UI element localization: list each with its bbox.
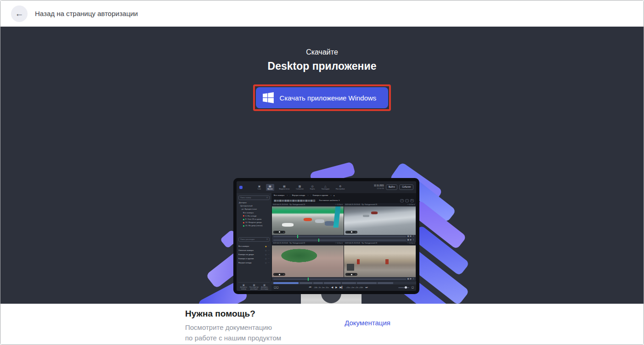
- vms-layout-toolbar: ▦▤▦▤▦▦▤▦▤▦▦▤▦▤▦▨ Кастомные шаблоны ∨ ↗ ○…: [271, 198, 416, 203]
- vms-add-camera: ▣Добавить камеру: [238, 284, 249, 290]
- play-icon: ▶: [335, 286, 337, 289]
- camera-tile: 2019.06.25 23:23:45 · Пр. Победителей 23…: [272, 242, 344, 278]
- red-door: [385, 259, 388, 264]
- vms-nav-right: 12.11.202112:54:35 Выйти События: [374, 184, 413, 190]
- gear-icon: ⚙: [339, 185, 341, 188]
- vms-nav-events: ▩События: [294, 184, 305, 191]
- step-back-icon: ◀: [331, 286, 333, 289]
- offline-dot: [243, 222, 244, 223]
- monitor: ▣Live ▤Архив ▦Видеостены ▩События ◎Карта…: [233, 178, 419, 294]
- more-icon: ⋯: [268, 258, 270, 260]
- search-icon: ⚲: [266, 197, 268, 199]
- online-dot: [243, 219, 244, 220]
- expand-icon: ↗: [400, 199, 404, 202]
- vms-camera-grid: 2019.06.25 23:23:45 · Пр. Победителей 23…: [271, 203, 416, 281]
- snapshot-icon: ▣: [407, 239, 409, 241]
- templates-dropdown: Кастомные шаблоны ∨: [319, 200, 340, 201]
- download-windows-button[interactable]: Скачать приложение Windows: [256, 87, 389, 108]
- add-tab-icon: +: [333, 195, 335, 197]
- vms-sidebar: Поиск камер⚲ Днепров Центральный ул. Бух…: [237, 193, 271, 291]
- topbar: ← Назад на страницу авторизации: [0, 0, 644, 27]
- vms-nav-settings: ⚙Настройки: [334, 184, 346, 191]
- offline-dot: [243, 215, 244, 217]
- vms-datetime: 12.11.202112:54:35: [374, 185, 384, 189]
- vms-view-tools: ↗ ○ ↻: [400, 199, 414, 202]
- vms-camera-item: 3. На складе: [238, 215, 270, 217]
- play-icon: ▶: [410, 235, 412, 238]
- vms-sidebar-actions: ▣Добавить камеру ▦Конструктор раскладок …: [238, 282, 270, 291]
- camera-tile: 2019.06.25 23:23:45 · Пр. Победителей 23…: [344, 242, 416, 278]
- hero-subtitle: Скачайте: [306, 48, 338, 56]
- vms-layout-item: Все камеры★⋯: [238, 245, 270, 248]
- star-icon: ☆: [265, 262, 267, 264]
- close-icon: ×: [307, 195, 308, 196]
- more-icon: ⋯: [268, 254, 270, 256]
- camera-feed-houses: −+: [344, 245, 416, 278]
- map-pin-icon: ◎: [311, 185, 314, 188]
- download-button-label: Скачать приложение Windows: [280, 94, 377, 102]
- star-icon: ☆: [265, 258, 267, 260]
- camera-icon: ▣: [258, 185, 261, 188]
- export-icon: ⇩: [412, 235, 414, 238]
- camera-feed-street-shop: −+: [272, 206, 344, 235]
- step-fwd-icon: ▶▎: [340, 286, 344, 289]
- zoom-slider: −+: [273, 231, 285, 234]
- vms-nav-videowalls: ▦Видеостены: [278, 184, 291, 191]
- close-icon: ×: [330, 195, 331, 196]
- help-title: Нужна помощь?: [185, 309, 281, 319]
- skip-fwd-icon: ⏭: [365, 286, 367, 289]
- vms-camera-search: Поиск камер⚲: [238, 195, 270, 200]
- vms-logo: [239, 186, 243, 189]
- close-icon: ×: [287, 195, 288, 196]
- jump-fwd-labels: +10s +1m +1h +24h: [346, 287, 363, 289]
- zoom-slider: −+: [345, 231, 357, 234]
- zoom-slider: −+: [273, 273, 285, 276]
- chat-icon: ○: [405, 199, 409, 202]
- vms-navbar: ▣Live ▤Архив ▦Видеостены ▩События ◎Карта…: [237, 181, 416, 193]
- camera-tile: 2019.06.25 23:23:45 · Пр. Победителей 23…: [344, 203, 416, 235]
- monitor-stand: [301, 294, 362, 304]
- desktop-app-illustration: ▣Live ▤Архив ▦Видеостены ▩События ◎Карта…: [193, 170, 451, 304]
- star-icon: ☆: [265, 250, 267, 252]
- vms-nav-live: ▣Live: [256, 184, 262, 191]
- vms-nav-map: ◎Карта: [309, 184, 316, 191]
- vms-app-screenshot: ▣Live ▤Архив ▦Видеостены ▩События ◎Карта…: [237, 181, 416, 291]
- export-icon: ⇩: [412, 278, 414, 280]
- documentation-link[interactable]: Документация: [345, 319, 390, 327]
- bookmark-icon: △: [324, 185, 327, 188]
- vms-main: Все камеры× | Внутри склада× | Камеры в …: [271, 193, 416, 291]
- events-icon: ▩: [299, 185, 301, 188]
- search-icon: ⚲: [266, 239, 268, 240]
- annotation-highlight-box: Скачать приложение Windows: [253, 84, 391, 111]
- camera-feed-street-morning: −+: [344, 206, 416, 235]
- vms-layout-item: Внутри склада☆⋯: [238, 262, 270, 264]
- white-car: [282, 223, 294, 227]
- vms-transport-bar: ▢▢ ⏮ -24h -1h -1m -10s ◀ ▶ ▶▎ +10s +1m +…: [271, 284, 416, 291]
- help-block: Нужна помощь? Посмотрите документацию по…: [185, 309, 281, 344]
- vms-nav-bookmarks: △Закладки: [320, 184, 331, 191]
- vms-layout-constructor: ▦Конструктор раскладок: [249, 284, 260, 290]
- vms-layout-item: Камеры в здании☆⋯: [238, 258, 270, 260]
- zoom-slider: −+: [345, 273, 357, 276]
- star-icon: ☆: [265, 254, 267, 256]
- sync-icon: ▢▢: [274, 286, 278, 289]
- online-dot: [243, 225, 244, 227]
- back-label: Назад на страницу авторизации: [35, 10, 138, 17]
- vms-layout-search: Поиск раскладок⚲: [238, 237, 270, 242]
- export-icon: ⇩: [412, 239, 414, 241]
- vms-tabs: Все камеры× | Внутри склада× | Камеры в …: [271, 193, 416, 198]
- help-footer: Нужна помощь? Посмотрите документацию по…: [0, 304, 644, 345]
- gray-car: [363, 215, 369, 217]
- vms-logout-button: Выйти: [386, 184, 397, 190]
- vms-add-layout: ▦Добавить раскладку: [259, 284, 270, 290]
- vms-events-button: События: [399, 184, 413, 190]
- back-button[interactable]: ←: [11, 6, 28, 22]
- star-icon: ★: [265, 245, 267, 248]
- more-icon: ⋯: [268, 250, 270, 251]
- videowall-icon: ▦: [283, 185, 286, 188]
- camera-row-timeline: ▣ ▶ ⇩: [272, 277, 416, 281]
- play-icon: ▶: [410, 278, 412, 280]
- vms-camera-tree: Днепров Центральный ул. Бухарестская Все…: [238, 202, 270, 214]
- camera-tile: 2019.06.25 23:23:45 · Пр. Победителей 23…: [272, 203, 344, 235]
- app-window: ← Назад на страницу авторизации Скачайте…: [0, 0, 644, 345]
